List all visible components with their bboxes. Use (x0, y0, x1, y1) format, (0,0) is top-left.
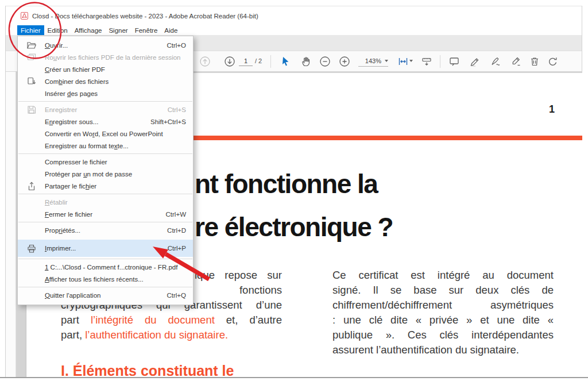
right-column-line4: : une clé dite « privée » et une dite « (332, 313, 554, 328)
document-title-line2: re électronique ? (195, 214, 393, 240)
left-column-line5: part, l’authentification du signataire. (61, 328, 282, 342)
acrobat-pdf-icon (21, 12, 28, 20)
zoom-in-icon[interactable] (338, 55, 351, 68)
select-tool-icon[interactable] (279, 55, 292, 68)
right-column-line2: signé. Il se base sur deux clés de (332, 283, 554, 298)
zoom-out-icon[interactable] (319, 55, 331, 68)
trash-icon[interactable] (528, 55, 541, 68)
menu-item-label: Partager le fichier (45, 183, 96, 190)
label-part: C:...\Closd - Comment f...ctronique - FR… (48, 264, 177, 271)
label-part: E (45, 118, 49, 125)
menu-fichier[interactable]: Fichier (17, 25, 44, 35)
label-part: F (45, 211, 49, 218)
hand-tool-icon[interactable] (300, 55, 312, 68)
menu-item-proprietes[interactable]: Propriétés... Ctrl+D (18, 224, 193, 236)
menu-item-creer-pdf[interactable]: Créer un fichier PDF (18, 63, 193, 75)
right-column-line6: assurent l’authentification du signatair… (332, 342, 554, 357)
fit-width-icon[interactable] (397, 55, 409, 68)
menu-bar: Fichier Edition Affichage Signer Fenêtre… (6, 25, 582, 35)
menu-aide[interactable]: Aide (161, 25, 181, 35)
page-number-input[interactable] (239, 56, 253, 66)
empty-icon-slot (26, 117, 37, 127)
caret-down-icon[interactable] (409, 60, 413, 62)
menu-item-shortcut: Ctrl+S (168, 106, 186, 113)
file-menu-dropdown: Ouvrir... Ctrl+O Rouvrir les fichiers PD… (17, 36, 194, 305)
empty-icon-slot (26, 129, 37, 139)
save-icon (26, 105, 37, 115)
comment-icon[interactable] (448, 55, 461, 68)
menu-item-inserer-pages[interactable]: Insérer des pages (18, 87, 193, 99)
label-part: étés... (63, 227, 80, 234)
toolbar-separator (440, 55, 440, 68)
menu-item-label: Enregistrer (45, 106, 77, 113)
label-part: Convertir en Wo (45, 130, 92, 137)
menu-item-fermer[interactable]: Fermer le fichier Ctrl+W (18, 208, 193, 220)
share-icon (26, 181, 37, 191)
page-up-icon[interactable] (199, 55, 211, 68)
empty-icon-slot (26, 274, 37, 284)
toolbar-separator (270, 55, 271, 68)
menu-item-enregistrer-sous[interactable]: Enregistrer sous... Shift+Ctrl+S (18, 116, 193, 128)
menu-item-label: Créer un fichier PDF (45, 66, 105, 73)
label-part: fficher tous les fichiers récents... (49, 276, 144, 283)
menu-item-rouvrir-session: Rouvrir les fichiers PDF de la dernière … (18, 51, 193, 63)
menu-item-shortcut: Ctrl+Q (167, 292, 186, 299)
menu-item-convertir[interactable]: Convertir en Word, Excel ou PowerPoint (18, 128, 193, 140)
menu-item-ouvrir[interactable]: Ouvrir... Ctrl+O (18, 39, 193, 51)
zoom-level-select[interactable]: 143% (358, 56, 388, 67)
menu-affichage[interactable]: Affichage (71, 25, 106, 35)
menu-item-combiner[interactable]: Combiner des fichiers (18, 75, 193, 87)
menu-item-recent-file[interactable]: 1 C:...\Closd - Comment f...ctronique - … (18, 261, 193, 273)
menu-item-label: Rouvrir les fichiers PDF de la dernière … (45, 54, 181, 61)
label-part: uitter l'application (50, 292, 101, 299)
label-part: registrer sous... (53, 118, 98, 125)
menu-edition[interactable]: Edition (44, 25, 71, 35)
menu-item-compresser[interactable]: Compresser le fichier (18, 156, 193, 168)
zoom-value: 143% (365, 57, 381, 64)
menu-item-label: Ouvrir... (45, 42, 68, 49)
reopen-session-icon (26, 52, 37, 63)
menu-item-format-texte[interactable]: Enregistrer au format texte... (18, 140, 193, 152)
menu-fenetre[interactable]: Fenêtre (131, 25, 161, 35)
label-part: Partager le fic (45, 183, 86, 190)
label-part: Com (45, 78, 59, 85)
left-nav-strip[interactable] (6, 72, 16, 377)
menu-separator (18, 287, 192, 287)
empty-icon-slot (26, 157, 37, 167)
label-part: n mot de passe (87, 171, 133, 178)
menu-item-enregistrer: Enregistrer Ctrl+S (18, 103, 193, 116)
menu-item-shortcut: Ctrl+D (167, 227, 186, 234)
highlight-icon[interactable] (469, 55, 481, 68)
menu-item-label: Protéger par un mot de passe (45, 171, 132, 178)
menu-item-partager[interactable]: Partager le fichier (18, 180, 193, 192)
menu-item-imprimer[interactable]: Imprimer... Ctrl+P (18, 240, 193, 257)
page-down-icon[interactable] (223, 55, 236, 68)
fill-sign-icon[interactable] (510, 55, 523, 68)
orange-text: l’authentification du signataire. (85, 329, 228, 341)
document-title-line1: nt fonctionne la (195, 171, 377, 197)
sign-icon[interactable] (489, 55, 502, 68)
empty-icon-slot (26, 88, 37, 99)
menu-item-label: Convertir en Word, Excel ou PowerPoint (45, 130, 163, 137)
menu-signer[interactable]: Signer (105, 25, 131, 35)
empty-icon-slot (26, 64, 37, 75)
refresh-icon[interactable] (547, 55, 559, 68)
menu-item-label: 1 C:...\Closd - Comment f...ctronique - … (45, 264, 177, 271)
menu-item-label: Quitter l'application (45, 292, 100, 299)
orange-text: l’intégrité du document (91, 314, 215, 326)
title-bar: Closd - Docs téléchargeables website - 2… (6, 6, 582, 25)
window-border-top (5, 6, 582, 6)
scroll-mode-icon[interactable] (420, 55, 433, 68)
menu-item-afficher-recents[interactable]: Afficher tous les fichiers récents... (18, 273, 193, 285)
menu-item-quitter[interactable]: Quitter l'application Ctrl+Q (18, 289, 193, 301)
menu-item-proteger[interactable]: Protéger par un mot de passe (18, 168, 193, 180)
label-part: Enregistrer (45, 106, 77, 113)
menu-separator (18, 259, 192, 259)
menu-item-label: Afficher tous les fichiers récents... (45, 276, 144, 283)
window-title: Closd - Docs téléchargeables website - 2… (32, 13, 258, 20)
label-part: Q (45, 292, 50, 299)
label-part: ier (89, 183, 96, 190)
label-part: Enregistrer au format te (45, 143, 114, 149)
combine-files-icon (26, 76, 37, 87)
menu-separator (18, 101, 192, 102)
